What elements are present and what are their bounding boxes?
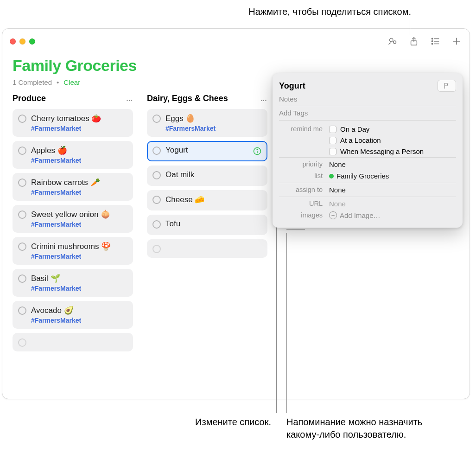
item-tag[interactable]: #FarmersMarket — [165, 125, 262, 132]
checkbox-icon[interactable] — [329, 137, 336, 144]
plus-circle-icon: + — [329, 211, 337, 219]
minimize-button[interactable] — [19, 38, 25, 45]
callout-change-list: Измените список. — [146, 416, 271, 428]
remind-messaging-option[interactable]: When Messaging a Person — [329, 147, 456, 155]
inspector-title: Yogurt — [279, 81, 305, 91]
list-item[interactable]: Crimini mushrooms 🍄#FarmersMarket — [13, 237, 133, 265]
assign-value[interactable]: None — [329, 186, 456, 194]
leader-line — [286, 233, 287, 413]
checkbox-icon[interactable] — [329, 126, 336, 133]
item-title: Sweet yellow onion 🧅 — [31, 210, 127, 219]
close-button[interactable] — [10, 38, 16, 45]
svg-point-0 — [390, 38, 393, 42]
item-tag[interactable]: #FarmersMarket — [31, 221, 127, 228]
remind-label: remind me — [279, 125, 329, 155]
item-tag[interactable]: #FarmersMarket — [31, 285, 127, 292]
list-title: Family Groceries — [13, 57, 459, 75]
item-body: Tofu — [165, 219, 262, 229]
complete-toggle[interactable] — [18, 338, 26, 347]
complete-toggle[interactable] — [18, 274, 26, 283]
column-title: Dairy, Eggs & Chees — [147, 94, 228, 103]
flag-button[interactable] — [438, 80, 456, 92]
list-item[interactable]: Avocado 🥑#FarmersMarket — [13, 301, 133, 329]
list-item[interactable]: Tofu — [147, 215, 267, 235]
item-tag[interactable]: #FarmersMarket — [31, 189, 127, 196]
fullscreen-button[interactable] — [29, 38, 35, 45]
complete-toggle[interactable] — [152, 220, 161, 229]
item-body: Rainbow carrots 🥕#FarmersMarket — [31, 178, 127, 196]
priority-label: priority — [279, 160, 329, 168]
item-title: Basil 🌱 — [31, 274, 127, 283]
item-title: Rainbow carrots 🥕 — [31, 178, 127, 187]
app-window: Family Groceries 1 Completed • Clear Pro… — [2, 28, 470, 399]
complete-toggle[interactable] — [18, 210, 26, 219]
complete-toggle[interactable] — [152, 196, 161, 204]
item-body: Eggs 🥚#FarmersMarket — [165, 114, 262, 132]
priority-value[interactable]: None — [329, 160, 456, 168]
list-item[interactable]: Sweet yellow onion 🧅#FarmersMarket — [13, 205, 133, 233]
assign-label: assign to — [279, 186, 329, 194]
option-label: At a Location — [340, 136, 381, 144]
list-color-dot — [329, 174, 334, 178]
complete-toggle[interactable] — [18, 115, 26, 123]
list-item[interactable]: Eggs 🥚#FarmersMarket — [147, 109, 267, 137]
view-icon[interactable] — [430, 36, 441, 47]
list-item[interactable]: Cheese 🧀 — [147, 190, 267, 210]
complete-toggle[interactable] — [18, 242, 26, 251]
url-value[interactable]: None — [329, 200, 456, 208]
item-body: Oat milk — [165, 170, 262, 179]
leader-line — [286, 229, 305, 230]
complete-toggle[interactable] — [18, 306, 26, 315]
item-body: Yogurt — [165, 146, 248, 155]
column-more-icon[interactable]: … — [260, 95, 267, 102]
new-item-placeholder[interactable] — [147, 239, 267, 258]
url-label: URL — [279, 200, 329, 208]
item-tag[interactable]: #FarmersMarket — [31, 317, 127, 324]
svg-point-13 — [257, 149, 258, 150]
window-controls — [10, 38, 35, 45]
list-value[interactable]: Family Groceries — [329, 172, 456, 180]
callout-assign: Напоминание можно назначить какому-либо … — [286, 416, 449, 441]
remind-day-option[interactable]: On a Day — [329, 125, 456, 133]
callout-share: Нажмите, чтобы поделиться списком. — [162, 6, 411, 18]
item-tag[interactable]: #FarmersMarket — [31, 253, 127, 260]
item-title: Yogurt — [165, 146, 248, 155]
checkbox-icon[interactable] — [329, 148, 336, 155]
leader-line — [276, 215, 277, 413]
svg-point-7 — [432, 43, 432, 44]
item-body: Cheese 🧀 — [165, 195, 262, 204]
column-dairy: Dairy, Eggs & Chees … Eggs 🥚#FarmersMark… — [147, 94, 267, 351]
notes-field[interactable]: Notes — [279, 92, 456, 106]
list-item[interactable]: Apples 🍎#FarmersMarket — [13, 141, 133, 169]
list-item[interactable]: Rainbow carrots 🥕#FarmersMarket — [13, 173, 133, 201]
list-item[interactable]: Oat milk — [147, 166, 267, 186]
item-title: Avocado 🥑 — [31, 306, 127, 315]
collaborate-icon[interactable] — [387, 36, 398, 47]
list-item[interactable]: Basil 🌱#FarmersMarket — [13, 269, 133, 297]
column-more-icon[interactable]: … — [126, 95, 133, 102]
column-produce: Produce … Cherry tomatoes 🍅#FarmersMarke… — [13, 94, 133, 351]
add-image-button[interactable]: + Add Image… — [329, 211, 456, 219]
complete-toggle[interactable] — [152, 115, 161, 123]
complete-toggle[interactable] — [152, 147, 161, 155]
remind-location-option[interactable]: At a Location — [329, 136, 456, 144]
option-label: On a Day — [340, 125, 369, 133]
complete-toggle[interactable] — [18, 147, 26, 155]
item-body: Avocado 🥑#FarmersMarket — [31, 306, 127, 324]
add-icon[interactable] — [451, 36, 462, 47]
item-body: Apples 🍎#FarmersMarket — [31, 146, 127, 164]
item-tag[interactable]: #FarmersMarket — [31, 125, 127, 132]
complete-toggle[interactable] — [152, 245, 161, 253]
leader-line — [410, 19, 410, 35]
column-title: Produce — [13, 94, 46, 103]
complete-toggle[interactable] — [152, 171, 161, 179]
complete-toggle[interactable] — [18, 178, 26, 187]
clear-button[interactable]: Clear — [63, 78, 80, 86]
new-item-placeholder[interactable] — [13, 333, 133, 351]
share-icon[interactable] — [408, 36, 419, 47]
tags-field[interactable]: Add Tags — [279, 106, 456, 120]
list-item[interactable]: Yogurt — [147, 141, 267, 161]
list-item[interactable]: Cherry tomatoes 🍅#FarmersMarket — [13, 109, 133, 137]
item-tag[interactable]: #FarmersMarket — [31, 157, 127, 164]
info-icon[interactable] — [253, 147, 262, 156]
